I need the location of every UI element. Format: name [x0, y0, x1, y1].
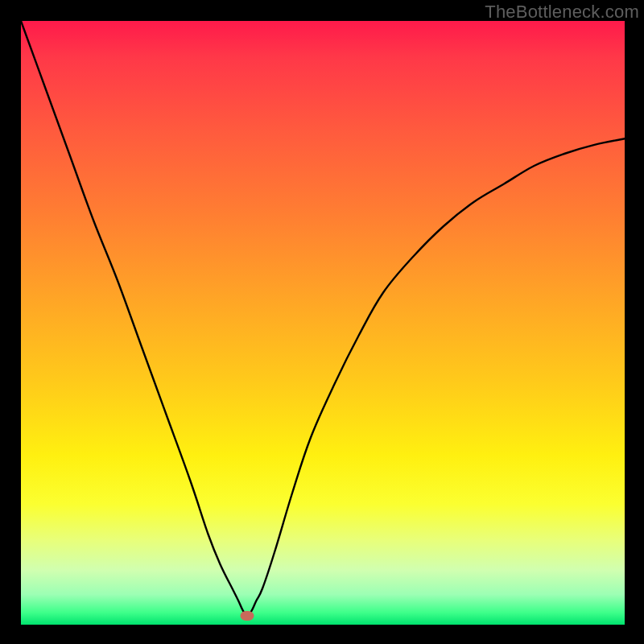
optimal-point-marker — [241, 611, 254, 621]
curve-layer — [21, 21, 625, 625]
outer-frame: TheBottleneck.com — [0, 0, 644, 644]
plot-area — [21, 21, 625, 625]
bottleneck-curve — [21, 21, 625, 614]
watermark-text: TheBottleneck.com — [485, 2, 639, 23]
